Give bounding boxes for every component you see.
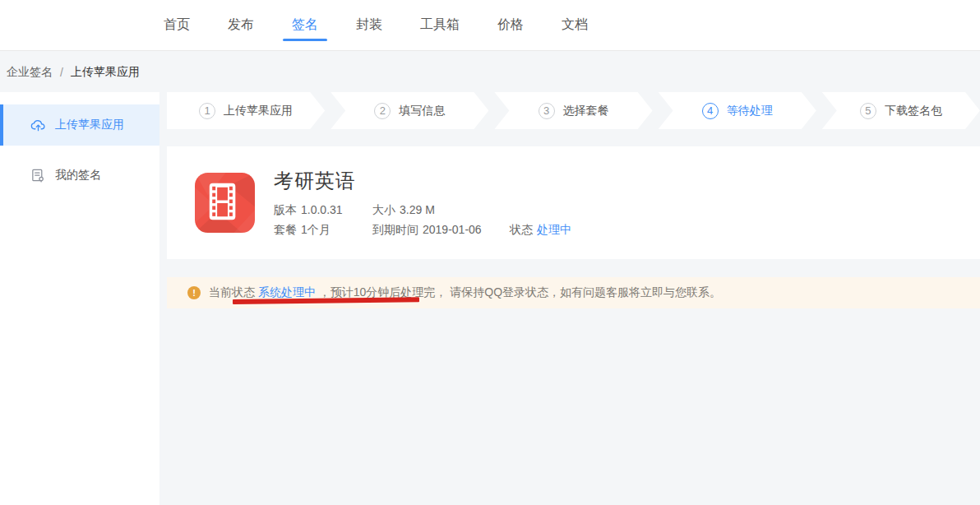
sidebar-item-label: 我的签名 (55, 168, 101, 183)
step-number: 5 (860, 103, 876, 119)
app-name: 考研英语 (274, 168, 356, 194)
nav-item-sign-label: 签名 (292, 17, 318, 31)
breadcrumb-current: 上传苹果应用 (71, 65, 140, 80)
nav-item-home[interactable]: 首页 (164, 16, 190, 34)
expire-value: 2019-01-06 (423, 223, 482, 236)
nav-item-docs[interactable]: 文档 (562, 16, 588, 34)
step-upload-app: 1 上传苹果应用 (167, 92, 325, 129)
active-item-bar (0, 104, 3, 146)
nav-item-sign[interactable]: 签名 (292, 16, 318, 34)
breadcrumb-separator: / (60, 66, 63, 79)
top-nav: 首页 发布 签名 封装 工具箱 价格 文档 (0, 0, 980, 51)
step-choose-plan: 3 选择套餐 (494, 92, 652, 129)
step-label: 填写信息 (399, 104, 445, 118)
step-label: 选择套餐 (563, 104, 609, 118)
app-expire: 到期时间2019-01-06 (372, 223, 510, 238)
step-number: 1 (199, 103, 215, 119)
version-label: 版本 (274, 203, 297, 216)
nav-item-toolbox[interactable]: 工具箱 (420, 16, 460, 34)
size-label: 大小 (372, 203, 395, 216)
app-plan: 套餐1个月 (274, 223, 372, 238)
step-label: 上传苹果应用 (224, 104, 293, 118)
film-strip-app-icon (195, 173, 255, 233)
nav-item-publish[interactable]: 发布 (228, 16, 254, 34)
active-tab-underline (283, 39, 327, 41)
size-value: 3.29 M (400, 203, 435, 216)
step-number: 4 (702, 103, 719, 119)
nav-item-package[interactable]: 封装 (356, 16, 382, 34)
signature-document-icon (30, 168, 46, 183)
page: 首页 发布 签名 封装 工具箱 价格 文档 企业签名 / 上传苹果应用 上传苹果… (0, 0, 980, 505)
app-card: 考研英语 版本1.0.0.31 大小3.29 M 套餐1个月 到期时间2019-… (167, 146, 980, 259)
app-size: 大小3.29 M (372, 203, 510, 218)
breadcrumb-parent[interactable]: 企业签名 (7, 65, 53, 80)
app-status: 状态处理中 (510, 223, 571, 238)
step-download-package: 5 下载签名包 (822, 92, 980, 129)
app-meta-row-2: 套餐1个月 到期时间2019-01-06 状态处理中 (274, 223, 571, 238)
step-fill-info: 2 填写信息 (331, 92, 488, 129)
notice-suffix: ，预计10分钟后处理完， 请保持QQ登录状态，如有问题客服将立即与您联系。 (316, 285, 721, 299)
app-version: 版本1.0.0.31 (274, 203, 372, 218)
status-label: 状态 (510, 223, 533, 236)
steps-wizard: 1 上传苹果应用 2 填写信息 3 选择套餐 4 等待处理 5 下载签名包 (167, 92, 980, 129)
main-content: 1 上传苹果应用 2 填写信息 3 选择套餐 4 等待处理 5 下载签名包 (167, 92, 980, 308)
notice-status-link[interactable]: 系统处理中 (258, 285, 316, 299)
warning-icon: ! (187, 286, 201, 299)
step-label: 下载签名包 (885, 104, 942, 118)
app-meta-row-1: 版本1.0.0.31 大小3.29 M (274, 203, 510, 218)
breadcrumb: 企业签名 / 上传苹果应用 (0, 52, 140, 92)
cloud-upload-icon (30, 118, 46, 133)
plan-label: 套餐 (274, 223, 297, 236)
sidebar-item-upload-apple-app[interactable]: 上传苹果应用 (0, 104, 159, 146)
plan-value: 1个月 (301, 223, 331, 236)
version-value: 1.0.0.31 (301, 203, 343, 216)
step-number: 2 (374, 103, 391, 119)
sidebar-item-label: 上传苹果应用 (55, 118, 124, 132)
sidebar: 上传苹果应用 我的签名 (0, 92, 159, 505)
nav-item-price[interactable]: 价格 (497, 16, 524, 34)
expire-label: 到期时间 (372, 223, 418, 236)
status-value: 处理中 (537, 223, 571, 236)
notice-prefix: 当前状态 (209, 285, 258, 299)
sidebar-item-my-signatures[interactable]: 我的签名 (0, 155, 159, 196)
step-label: 等待处理 (727, 104, 773, 118)
step-waiting-process: 4 等待处理 (659, 92, 816, 129)
status-notice-bar: ! 当前状态 系统处理中 ，预计10分钟后处理完， 请保持QQ登录状态，如有问题… (167, 277, 980, 308)
step-number: 3 (539, 103, 555, 119)
